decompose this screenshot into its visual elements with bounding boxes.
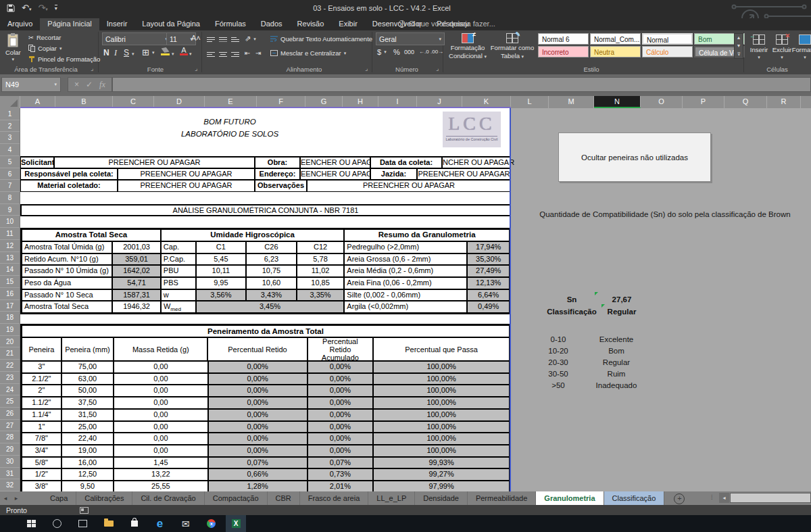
column-header-n-selected[interactable]: N: [594, 96, 641, 108]
increase-decimal-icon[interactable]: ←.0: [419, 49, 429, 55]
align-center-icon[interactable]: [219, 51, 227, 58]
summary-cell-value[interactable]: 359,01: [112, 253, 161, 266]
sieve-cell-massa[interactable]: 1,45: [114, 457, 207, 469]
ribbon-tab[interactable]: Página Inicial: [40, 18, 99, 30]
align-left-icon[interactable]: [207, 51, 215, 58]
sieve-cell-peneira[interactable]: 5/8": [22, 457, 62, 469]
summary-cell-value[interactable]: 1946,32: [112, 301, 161, 313]
cell-style-chip[interactable]: Normal: [642, 33, 693, 45]
sieve-cell-retido[interactable]: 0,00%: [208, 397, 308, 409]
align-top-icon[interactable]: [207, 36, 215, 43]
sieve-cell-mm[interactable]: 75,00: [62, 361, 114, 373]
edge-button[interactable]: e: [149, 515, 171, 532]
wrap-text-button[interactable]: Quebrar Texto Automaticamente: [270, 35, 372, 43]
summary-cell-value[interactable]: 54,71: [112, 277, 161, 289]
row-header[interactable]: 30: [0, 456, 20, 468]
row-header[interactable]: 18: [0, 312, 20, 324]
name-box[interactable]: N49▾: [1, 77, 61, 92]
horizontal-scrollbar[interactable]: [730, 493, 811, 503]
grow-font-icon[interactable]: A˄: [191, 34, 201, 42]
ribbon-tab[interactable]: Inserir: [99, 18, 135, 30]
sieve-cell-acumulado[interactable]: 0,00%: [308, 385, 373, 397]
summary-cell-label[interactable]: Passado N° 10 Úmida (g): [22, 265, 112, 277]
tab-scroll-right-icon[interactable]: ▸: [11, 491, 22, 505]
summary-cell-label[interactable]: Peso da Água: [22, 277, 112, 289]
cell-style-chip[interactable]: Neutra: [590, 46, 641, 57]
dialog-launcher-icon[interactable]: ⌟: [195, 65, 197, 72]
number-format-select[interactable]: Geral▾: [376, 32, 445, 45]
row-header[interactable]: 22: [0, 360, 20, 372]
cell-obra-value[interactable]: EENCHER OU APAG: [300, 156, 370, 168]
format-painter-button[interactable]: Pincel de Formatação: [28, 55, 100, 63]
section-title[interactable]: ANÁLISE GRANULOMÉTRICA CONJUNTA - NBR 71…: [20, 204, 511, 216]
cell-obra-label[interactable]: Obra:: [255, 156, 300, 168]
row-header[interactable]: 29: [0, 443, 20, 456]
sieve-cell-retido[interactable]: 0,66%: [208, 468, 308, 481]
start-button[interactable]: [20, 515, 43, 532]
sieve-cell-peneira[interactable]: 1.1/4": [22, 409, 62, 421]
hscroll-left-icon[interactable]: ◂: [719, 493, 729, 503]
paste-button[interactable]: Colar▾: [5, 33, 21, 62]
format-cells-button[interactable]: Formatar▾: [795, 34, 811, 60]
row-header[interactable]: 7: [0, 180, 20, 192]
insert-function-icon[interactable]: fx: [99, 80, 105, 90]
hide-sieves-button[interactable]: Ocultar peneiras não utilizadas: [558, 132, 711, 182]
sieve-cell-peneira[interactable]: 2.1/2": [22, 373, 62, 385]
italic-button[interactable]: I: [114, 48, 117, 58]
cell-style-chip[interactable]: Incorreto: [538, 46, 589, 57]
column-header-q[interactable]: Q: [724, 96, 767, 108]
summary-cell-cap[interactable]: PBS: [161, 277, 196, 289]
sieve-cell-passa[interactable]: 100,00%: [373, 421, 510, 433]
classificacao-value[interactable]: Regular: [604, 308, 639, 316]
sn-label[interactable]: Sn: [558, 295, 585, 304]
sieve-cell-acumulado[interactable]: 0,00%: [308, 421, 373, 433]
summary-cell-granulo-label[interactable]: Areia Grossa (0,6 - 2mm): [344, 253, 467, 266]
underline-dropdown-icon[interactable]: ▾: [132, 51, 134, 57]
bold-button[interactable]: N: [103, 48, 109, 57]
dialog-launcher-icon[interactable]: ⌟: [365, 65, 368, 72]
summary-cell-granulo-label[interactable]: Pedregulho (>2,0mm): [344, 241, 467, 253]
sieve-cell-acumulado[interactable]: 0,00%: [308, 373, 373, 385]
sieve-cell-acumulado[interactable]: 0,00%: [308, 433, 373, 445]
cell-data-coleta-value[interactable]: NCHER OU APAGAR: [442, 156, 511, 168]
font-color-icon[interactable]: A: [180, 47, 188, 55]
row-header[interactable]: 6: [0, 168, 20, 180]
cut-button[interactable]: ✂Recortar: [28, 34, 61, 41]
summary-cell-cap[interactable]: Cap.: [161, 241, 196, 253]
sieve-header-passa[interactable]: Percentual que Passa: [373, 337, 510, 361]
decrease-indent-icon[interactable]: ⇤: [245, 49, 250, 57]
fill-color-icon[interactable]: [161, 47, 170, 55]
gallery-scroll-icons[interactable]: ▲▼⊽: [734, 33, 743, 59]
summary-cell-label[interactable]: Amostra Total Úmida (g): [22, 241, 112, 253]
summary-cell-c1[interactable]: 3,56%: [196, 289, 247, 301]
summary-cell-c26[interactable]: 6,23: [246, 253, 297, 266]
formula-input[interactable]: [112, 77, 811, 92]
font-color-dropdown-icon[interactable]: ▾: [189, 51, 192, 57]
row-header[interactable]: 10: [0, 216, 20, 228]
summary-cell-c12[interactable]: C12: [297, 241, 345, 253]
ribbon-tab[interactable]: Dados: [253, 18, 290, 30]
sieve-cell-mm[interactable]: 37,50: [62, 397, 114, 409]
scale-range[interactable]: 0-10: [541, 335, 576, 347]
sieve-cell-acumulado[interactable]: 0,00%: [308, 409, 373, 421]
insert-cells-button[interactable]: ← Inserir▾: [749, 34, 769, 60]
align-middle-icon[interactable]: [219, 36, 227, 43]
sieve-cell-massa[interactable]: 0,00: [114, 433, 207, 445]
ribbon-tab[interactable]: Layout da Página: [134, 18, 207, 30]
confirm-entry-icon[interactable]: ✓: [86, 80, 93, 89]
classificacao-label[interactable]: Classificação: [542, 308, 601, 316]
decrease-decimal-icon[interactable]: .00→: [431, 49, 443, 55]
sieve-cell-mm[interactable]: 22,40: [62, 433, 114, 445]
cell-observacoes-label[interactable]: Observações: [255, 180, 307, 192]
accounting-format-icon[interactable]: $▾: [377, 48, 387, 56]
sheet-tab[interactable]: Cil. de Cravação: [132, 491, 204, 505]
company-name[interactable]: BOM FUTURO: [20, 118, 439, 126]
sieve-cell-acumulado[interactable]: 0,00%: [308, 397, 373, 409]
scale-label[interactable]: Inadequado: [576, 381, 657, 393]
sieve-cell-mm[interactable]: 16,00: [62, 457, 114, 469]
summary-cell-wmed[interactable]: Wmed: [161, 301, 196, 313]
summary-cell-label[interactable]: Passado N° 10 Seca: [22, 289, 112, 301]
row-header[interactable]: 31: [0, 468, 20, 480]
row-header[interactable]: 4: [0, 144, 20, 156]
summary-cell-c26[interactable]: C26: [246, 241, 297, 253]
